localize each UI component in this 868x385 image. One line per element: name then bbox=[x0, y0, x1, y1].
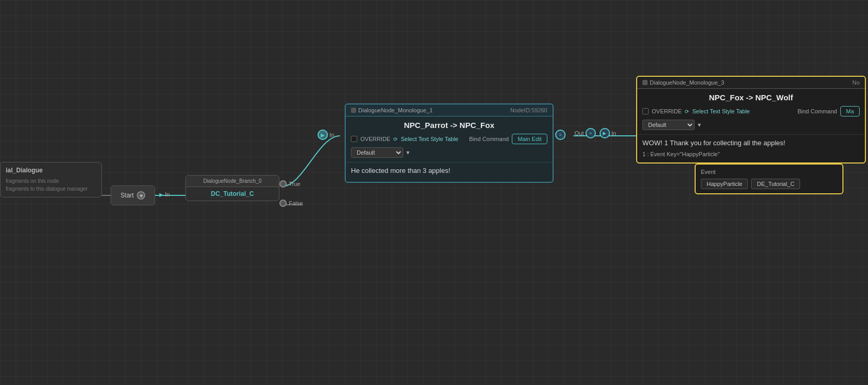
event-tags-row: HappyParticle DE_Tutorial_C bbox=[701, 179, 837, 189]
mono1-controls-row: OVERRIDE ⟳ Select Text Style Table Bind … bbox=[346, 132, 553, 146]
dialogue-desc2: fragments to this dialogue manager bbox=[6, 185, 96, 193]
mono1-minimize-icon[interactable] bbox=[351, 108, 356, 113]
mono3-refresh-icon: ⟳ bbox=[685, 109, 689, 114]
start-label: Start bbox=[121, 192, 134, 199]
node-monologue-3: DialogueNode_Monologue_3 No NPC_Fox -> N… bbox=[636, 76, 866, 164]
node-branch: DialogueNode_Branch_0 DC_Tutorial_C bbox=[185, 175, 279, 201]
mono1-dropdown-row: Default ▾ bbox=[346, 146, 553, 162]
mono3-text-style-btn[interactable]: Select Text Style Table bbox=[692, 108, 749, 114]
mono3-in-label: In bbox=[612, 130, 616, 136]
mono3-dropdown-row: Default ▾ bbox=[637, 119, 865, 134]
event-section-title: Event bbox=[701, 169, 837, 175]
event-tag-2: DE_Tutorial_C bbox=[751, 179, 800, 189]
branch-output-false: False bbox=[279, 200, 303, 207]
mono1-in-arrow: ▶ bbox=[318, 130, 328, 140]
branch-name: DC_Tutorial_C bbox=[190, 190, 275, 197]
mono3-subtitle: NPC_Fox -> NPC_Wolf bbox=[637, 89, 865, 104]
mono3-override-label: OVERRIDE bbox=[652, 108, 682, 114]
mono1-out-connector: » bbox=[555, 130, 566, 140]
mono1-main-edit-btn[interactable]: Main Edit bbox=[512, 134, 547, 144]
mono3-override-checkbox[interactable] bbox=[642, 108, 649, 114]
mono3-out-arrow: » bbox=[585, 128, 596, 138]
mono1-override-checkbox[interactable] bbox=[351, 136, 357, 142]
mono3-content-text: WOW! 1 Thank you for collecting all the … bbox=[637, 134, 865, 149]
true-label: True bbox=[289, 181, 300, 187]
start-pin: ◆ bbox=[137, 191, 145, 200]
mono1-refresh-icon: ⟳ bbox=[393, 136, 397, 142]
mono3-event-line: 1 : Event Key="HappyParticle" bbox=[637, 149, 865, 162]
mono3-dropdown[interactable]: Default bbox=[642, 120, 695, 130]
mono3-minimize-icon[interactable] bbox=[642, 80, 648, 85]
mono1-dropdown[interactable]: Default bbox=[351, 147, 403, 158]
mono1-bind-cmd-label: Bind Command bbox=[469, 136, 509, 142]
mono1-subtitle: NPC_Parrot -> NPC_Fox bbox=[346, 116, 553, 132]
branch-output-true: True bbox=[279, 180, 300, 188]
mono3-controls-row: OVERRIDE ⟳ Select Text Style Table Bind … bbox=[637, 104, 865, 119]
node-monologue-1: DialogueNode_Monologue_1 NodeID:59260 NP… bbox=[345, 103, 554, 183]
mono1-in-connector: ▶ In bbox=[318, 130, 334, 140]
mono3-out-label-connector: Out » ▶ In bbox=[574, 128, 616, 138]
mono3-header-bar: DialogueNode_Monologue_3 No bbox=[637, 77, 865, 89]
mono1-chevron-icon: ▾ bbox=[406, 149, 409, 156]
mono1-content-text: He collected more than 3 apples! bbox=[346, 162, 553, 182]
mono1-nodeid: NodeID:59260 bbox=[510, 107, 547, 113]
mono3-bind-cmd-label: Bind Command bbox=[797, 108, 837, 114]
mono3-title: DialogueNode_Monologue_3 bbox=[650, 79, 724, 86]
mono3-out-label: Out bbox=[574, 130, 584, 136]
false-label: False bbox=[289, 200, 303, 206]
node-dialogue-partial: ial_Dialogue fragments on this node frag… bbox=[0, 162, 102, 197]
mono3-in-arrow: ▶ bbox=[600, 128, 610, 138]
mono1-in-label: In bbox=[330, 132, 334, 138]
mono1-override-label: OVERRIDE bbox=[360, 136, 390, 142]
branch-in-connector: ▶ In bbox=[159, 191, 170, 197]
mono3-partial-label: No bbox=[852, 79, 860, 86]
mono1-title: DialogueNode_Monologue_1 bbox=[358, 107, 433, 113]
mono1-text-style-btn[interactable]: Select Text Style Table bbox=[401, 136, 458, 142]
dialogue-desc1: fragments on this node bbox=[6, 177, 96, 185]
node-start: Start ◆ bbox=[111, 185, 155, 205]
mono3-chevron-icon: ▾ bbox=[698, 121, 701, 129]
event-section: Event HappyParticle DE_Tutorial_C bbox=[695, 164, 843, 194]
event-tag-1: HappyParticle bbox=[701, 179, 748, 189]
dialogue-title: ial_Dialogue bbox=[6, 167, 96, 174]
mono1-header-bar: DialogueNode_Monologue_1 NodeID:59260 bbox=[346, 104, 553, 116]
branch-header: DialogueNode_Branch_0 bbox=[186, 176, 279, 187]
mono1-out-double-arrow: » bbox=[555, 130, 566, 140]
mono3-main-edit-btn[interactable]: Ma bbox=[840, 106, 860, 116]
